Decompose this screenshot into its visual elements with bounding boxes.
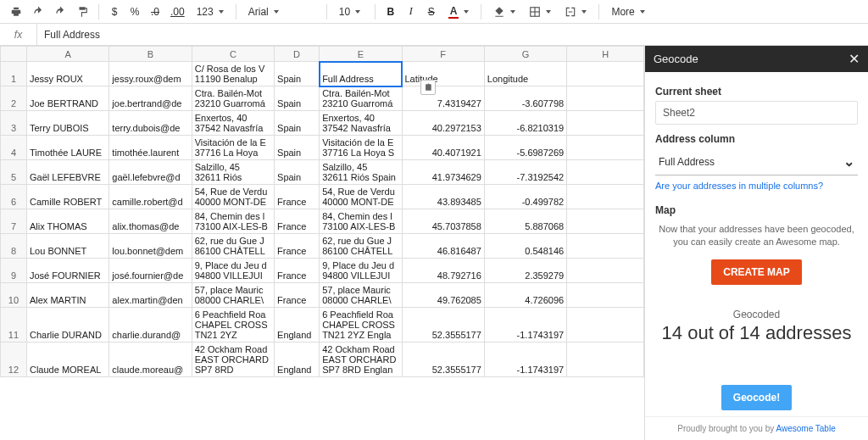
row-header[interactable]: 8 — [1, 234, 27, 259]
select-all-cell[interactable] — [1, 47, 27, 62]
borders-dropdown[interactable] — [524, 3, 556, 21]
cell-E2[interactable]: Ctra. Bailén-Mot23210 Guarromá — [320, 86, 402, 111]
address-column-select[interactable]: Full Address ⌄ — [655, 148, 858, 175]
currency-format-button[interactable]: $ — [106, 3, 123, 21]
cell-B2[interactable]: joe.bertrand@de — [109, 86, 192, 111]
cell-E7[interactable]: 84, Chemin des l73100 AIX-LES-B — [320, 209, 402, 234]
column-header-H[interactable]: H — [567, 47, 644, 62]
column-header-A[interactable]: A — [26, 47, 108, 62]
cell-F9[interactable]: 48.792716 — [402, 259, 484, 283]
cell-F2[interactable]: 7.4319427 — [402, 86, 484, 111]
cell-E9[interactable]: 9, Place du Jeu d94800 VILLEJUI — [320, 259, 402, 283]
cell-G6[interactable]: -0.499782 — [484, 185, 566, 209]
cell-D6[interactable]: France — [275, 185, 320, 209]
cell-A10[interactable]: Alex MARTIN — [26, 283, 108, 308]
cell-C8[interactable]: 62, rue du Gue J86100 CHÂTELL — [192, 234, 274, 259]
cell-G2[interactable]: -3.607798 — [484, 86, 566, 111]
row-header[interactable]: 10 — [1, 283, 27, 308]
cell-E11[interactable]: 6 Peachfield RoaCHAPEL CROSSTN21 2YZ Eng… — [320, 308, 402, 343]
cell-C9[interactable]: 9, Place du Jeu d94800 VILLEJUI — [192, 259, 274, 283]
cell-B9[interactable]: josé.fournier@de — [109, 259, 192, 283]
close-icon[interactable]: ✕ — [849, 51, 860, 67]
cell-B11[interactable]: charlie.durand@ — [109, 308, 192, 343]
cell-A5[interactable]: Gaël LEFEBVRE — [26, 160, 108, 185]
column-header-D[interactable]: D — [275, 47, 320, 62]
cell-C10[interactable]: 57, place Mauric08000 CHARLE\ — [192, 283, 274, 308]
cell-B8[interactable]: lou.bonnet@dem — [109, 234, 192, 259]
cell-F8[interactable]: 46.816487 — [402, 234, 484, 259]
cell-G7[interactable]: 5.887068 — [484, 209, 566, 234]
font-size-dropdown[interactable]: 10 — [334, 3, 368, 21]
cell-D4[interactable]: Spain — [275, 136, 320, 160]
paint-format-button[interactable] — [73, 3, 92, 21]
cell-D11[interactable]: England — [275, 308, 320, 343]
column-header-B[interactable]: B — [109, 47, 192, 62]
strikethrough-button[interactable]: S — [423, 3, 440, 21]
cell-D1[interactable]: Spain — [275, 62, 320, 86]
cell-E4[interactable]: Visitación de la E37716 La Hoya S — [320, 136, 402, 160]
cell-H6[interactable] — [567, 185, 644, 209]
cell-G1[interactable]: Longitude — [484, 62, 566, 86]
cell-D7[interactable]: France — [275, 209, 320, 234]
multi-columns-link[interactable]: Are your addresses in multiple columns? — [655, 179, 858, 199]
cell-E12[interactable]: 42 Ockham RoadEAST ORCHARDSP7 8RD Englan — [320, 343, 402, 377]
cell-D3[interactable]: Spain — [275, 111, 320, 136]
cell-A8[interactable]: Lou BONNET — [26, 234, 108, 259]
cell-H9[interactable] — [567, 259, 644, 283]
cell-D12[interactable]: England — [275, 343, 320, 377]
cell-A4[interactable]: Timothée LAURE — [26, 136, 108, 160]
cell-D2[interactable]: Spain — [275, 86, 320, 111]
cell-G12[interactable]: -1.1743197 — [484, 343, 566, 377]
cell-D10[interactable]: France — [275, 283, 320, 308]
row-header[interactable]: 11 — [1, 308, 27, 343]
cell-C6[interactable]: 54, Rue de Verdu40000 MONT-DE — [192, 185, 274, 209]
print-button[interactable] — [7, 3, 25, 21]
cell-C11[interactable]: 6 Peachfield RoaCHAPEL CROSSTN21 2YZ — [192, 308, 274, 343]
cell-E1[interactable]: Full Address — [320, 62, 402, 86]
row-header[interactable]: 5 — [1, 160, 27, 185]
cell-H1[interactable] — [567, 62, 644, 86]
cell-H2[interactable] — [567, 86, 644, 111]
cell-G11[interactable]: -1.1743197 — [484, 308, 566, 343]
fill-color-dropdown[interactable] — [488, 3, 520, 21]
cell-E10[interactable]: 57, place Mauric08000 CHARLE\ — [320, 283, 402, 308]
cell-E6[interactable]: 54, Rue de Verdu40000 MONT-DE — [320, 185, 402, 209]
cell-H4[interactable] — [567, 136, 644, 160]
cell-H8[interactable] — [567, 234, 644, 259]
cell-B4[interactable]: timothée.laurent — [109, 136, 192, 160]
cell-C2[interactable]: Ctra. Bailén-Mot23210 Guarromá — [192, 86, 274, 111]
cell-C5[interactable]: Salzillo, 4532611 Riós — [192, 160, 274, 185]
cell-H5[interactable] — [567, 160, 644, 185]
cell-G9[interactable]: 2.359279 — [484, 259, 566, 283]
cell-H11[interactable] — [567, 308, 644, 343]
cell-B6[interactable]: camille.robert@d — [109, 185, 192, 209]
formula-value[interactable]: Full Address — [37, 29, 107, 41]
cell-G5[interactable]: -7.3192542 — [484, 160, 566, 185]
cell-H3[interactable] — [567, 111, 644, 136]
cell-A12[interactable]: Claude MOREAL — [26, 343, 108, 377]
cell-F6[interactable]: 43.893485 — [402, 185, 484, 209]
row-header[interactable]: 4 — [1, 136, 27, 160]
cell-H7[interactable] — [567, 209, 644, 234]
cell-B3[interactable]: terry.dubois@de — [109, 111, 192, 136]
cell-B1[interactable]: jessy.roux@dem — [109, 62, 192, 86]
paste-options-button[interactable] — [420, 80, 436, 95]
text-color-dropdown[interactable]: A — [443, 3, 475, 21]
column-header-G[interactable]: G — [484, 47, 566, 62]
create-map-button[interactable]: CREATE MAP — [711, 259, 801, 285]
column-header-C[interactable]: C — [192, 47, 274, 62]
column-header-F[interactable]: F — [402, 47, 484, 62]
cell-H12[interactable] — [567, 343, 644, 377]
merge-cells-dropdown[interactable] — [559, 3, 592, 21]
bold-button[interactable]: B — [382, 3, 399, 21]
row-header[interactable]: 6 — [1, 185, 27, 209]
cell-E5[interactable]: Salzillo, 4532611 Riós Spain — [320, 160, 402, 185]
row-header[interactable]: 3 — [1, 111, 27, 136]
cell-A11[interactable]: Charlie DURAND — [26, 308, 108, 343]
cell-C7[interactable]: 84, Chemin des l73100 AIX-LES-B — [192, 209, 274, 234]
cell-D5[interactable]: Spain — [275, 160, 320, 185]
row-header[interactable]: 2 — [1, 86, 27, 111]
cell-B12[interactable]: claude.moreau@ — [109, 343, 192, 377]
cell-G10[interactable]: 4.726096 — [484, 283, 566, 308]
cell-B10[interactable]: alex.martin@den — [109, 283, 192, 308]
